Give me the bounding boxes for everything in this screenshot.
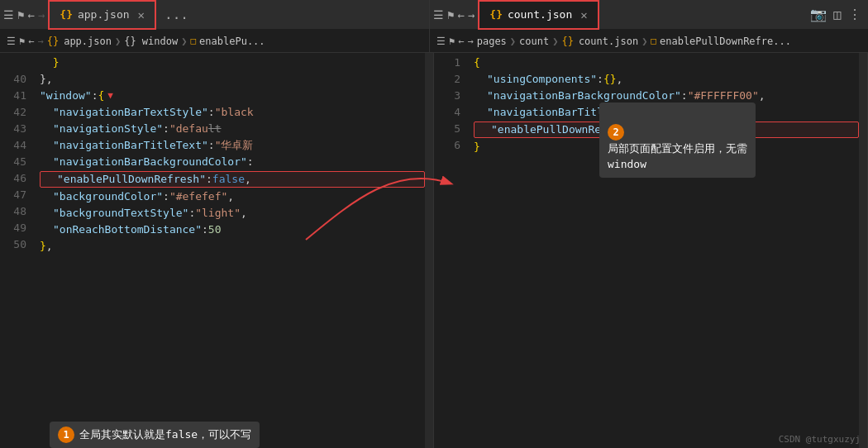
wechat-icon[interactable]: 📷: [810, 7, 827, 22]
tab-close-app-json[interactable]: ✕: [138, 8, 145, 21]
forward-bc-right[interactable]: →: [467, 36, 473, 47]
code-line-45: "navigationBarBackgroundColor" :: [40, 154, 425, 170]
code-line-44: "navigationBarTitleText" : "华卓新: [40, 137, 425, 154]
breadcrumb-right: ☰ ⚑ ← → pages ❯ count ❯ {} count.json ❯ …: [430, 30, 868, 53]
bookmark-icon-bc-left[interactable]: ⚑: [19, 36, 25, 47]
split-icon[interactable]: ☰: [3, 8, 14, 21]
bc-icon-right: {}: [561, 36, 573, 47]
scrollbar-left[interactable]: [425, 53, 433, 448]
code-line-r3: "navigationBarBackgroundColor" : "#FFFFF…: [474, 88, 859, 104]
code-line-49: "onReachBottomDistance" : 50: [40, 222, 425, 238]
tab-label-app-json: app.json: [78, 8, 130, 21]
tab-label-count-json: count.json: [508, 8, 572, 21]
code-content-left: } }, "window" : { ▼: [33, 53, 425, 448]
back-icon-right[interactable]: ←: [457, 8, 464, 21]
left-editor: 40 41 42 43 44 45 46 47 48 49 50 }: [0, 53, 434, 448]
annotation-1-text: 全局其实默认就是false，可以不写: [79, 427, 251, 443]
scrollbar-right[interactable]: [859, 53, 867, 448]
bc-icon-left: {}: [47, 36, 59, 47]
line-numbers-right: 1 2 3 4 5 6: [434, 53, 467, 448]
right-editor: 1 2 3 4 5 6 { "usingComponents": [434, 53, 868, 448]
line-numbers-left: 40 41 42 43 44 45 46 47 48 49 50: [0, 53, 33, 448]
annotation-1: 1 全局其实默认就是false，可以不写: [50, 422, 260, 448]
code-line-41: "window" : { ▼: [40, 88, 425, 104]
annotation-2: 2 局部页面配置文件启用，无需 window: [599, 102, 756, 178]
back-bc-right[interactable]: ←: [458, 36, 464, 47]
split-icon-right[interactable]: ☰: [433, 8, 444, 21]
tab-count-json[interactable]: {} count.json ✕: [478, 0, 599, 30]
menu-icon-right[interactable]: ☰: [436, 36, 446, 47]
main-area: 40 41 42 43 44 45 46 47 48 49 50 }: [0, 53, 868, 448]
bookmark-icon[interactable]: ⚑: [17, 8, 24, 21]
menu-icon-left[interactable]: ☰: [7, 36, 16, 47]
code-line-46: "enablePullDownRefresh" : false ,: [40, 171, 425, 188]
tab-more-left[interactable]: ...: [156, 7, 197, 22]
layout-icon[interactable]: ◫: [833, 7, 842, 22]
tab-close-count-json[interactable]: ✕: [580, 8, 587, 21]
more-icon[interactable]: ⋮: [848, 7, 861, 22]
forward-bc-left[interactable]: →: [37, 36, 43, 47]
watermark: CSDN @tutgxuzyj: [779, 434, 861, 445]
code-line-42: "navigationBarTextStyle" : "black: [40, 104, 425, 121]
breadcrumb-left: ☰ ⚑ ← → {} app.json ❯ {} window ❯ □ enab…: [0, 30, 430, 53]
tab-app-json[interactable]: {} app.json ✕: [48, 0, 156, 30]
annotation-2-text: 局部页面配置文件启用，无需 window: [608, 142, 747, 171]
fold-arrow-41: ▼: [107, 88, 113, 104]
back-icon[interactable]: ←: [27, 8, 34, 21]
code-line: }: [40, 55, 425, 71]
json-icon-right: {}: [489, 8, 503, 21]
code-content-right: { "usingComponents" : {} , "navigationBa…: [467, 53, 859, 448]
badge-1: 1: [58, 427, 74, 443]
tab-bar: ☰ ⚑ ← → {} app.json ✕ ... ☰ ⚑ ← → {} cou: [0, 0, 868, 30]
code-line-r2: "usingComponents" : {} ,: [474, 71, 859, 88]
code-line-48: "backgroundTextStyle" : "light" ,: [40, 205, 425, 222]
back-bc-left[interactable]: ←: [28, 36, 34, 47]
forward-icon[interactable]: →: [38, 8, 45, 21]
badge-2: 2: [608, 124, 624, 141]
json-icon-left: {}: [60, 8, 73, 21]
bookmark-icon-right[interactable]: ⚑: [447, 8, 454, 21]
code-line-43: "navigationStyle" : "default: [40, 121, 425, 137]
code-line-50: } ,: [40, 238, 425, 255]
forward-icon-right[interactable]: →: [468, 8, 475, 21]
bookmark-icon-bc-right[interactable]: ⚑: [449, 36, 455, 47]
code-line-r1: {: [474, 55, 859, 71]
code-line-47: "backgroundColor" : "#efefef" ,: [40, 188, 425, 205]
code-line-40: },: [40, 71, 425, 88]
